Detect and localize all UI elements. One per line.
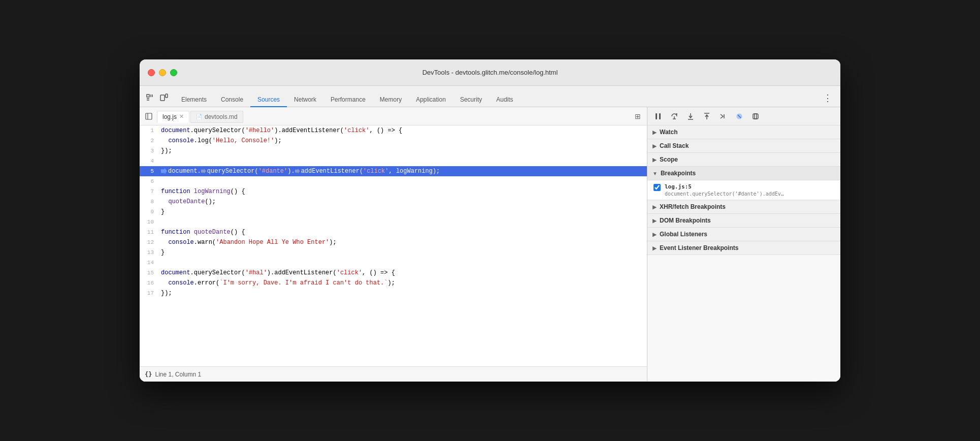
file-icon: 📄 [196,114,202,119]
xhr-chevron: ▶ [652,204,657,210]
watch-label: Watch [660,129,678,136]
event-chevron: ▶ [652,245,657,251]
code-line-16: 16 console.error(`I'm sorry, Dave. I'm a… [140,278,647,288]
tab-elements[interactable]: Elements [174,92,214,107]
svg-rect-17 [755,114,757,119]
breakpoint-item: log.js:5 document.querySelector('#dante'… [647,180,840,200]
pause-on-exceptions-button[interactable] [749,110,762,123]
section-xhr-header[interactable]: ▶ XHR/fetch Breakpoints [647,200,840,214]
code-line-15: 15 document.querySelector('#hal').addEve… [140,268,647,278]
code-line-8: 8 quoteDante(); [140,197,647,207]
code-line-3: 3 }); [140,146,647,156]
main-tabs: Elements Console Sources Network Perform… [174,92,819,107]
tab-network[interactable]: Network [287,92,323,107]
format-code-button[interactable]: ⊞ [633,111,643,121]
svg-rect-16 [753,114,758,119]
code-line-7: 7 function logWarning() { [140,186,647,197]
svg-rect-1 [160,95,165,101]
cursor-position: Line 1, Column 1 [155,371,201,378]
tab-security[interactable]: Security [453,92,489,107]
breakpoints-chevron: ▼ [652,171,658,176]
code-line-2: 2 console.log('Hello, Console!'); [140,136,647,146]
code-line-14: 14 [140,258,647,268]
svg-rect-6 [659,113,661,119]
section-scope-header[interactable]: ▶ Scope [647,153,840,167]
file-tab-log-js-name: log.js [162,113,177,120]
breakpoint-location: log.js:5 [665,183,834,190]
step-button[interactable] [716,110,730,123]
file-tab-devtools-md[interactable]: 📄 devtools.md [190,111,243,123]
breakpoint-code: document.querySelector('#dante').addEv… [665,191,834,197]
breakpoints-content: log.js:5 document.querySelector('#dante'… [647,180,840,200]
breakpoints-label: Breakpoints [661,170,696,177]
code-line-12: 12 console.warn('Abandon Hope All Ye Who… [140,237,647,247]
file-tab-log-js-close[interactable]: ✕ [179,113,184,120]
tab-bar-right: ⋮ [819,92,836,104]
global-chevron: ▶ [652,232,657,237]
deactivate-breakpoints-button[interactable] [733,110,746,123]
editor-panel: log.js ✕ 📄 devtools.md ⊞ 1 document.quer… [140,107,647,382]
code-line-4: 4 [140,156,647,166]
section-watch-header[interactable]: ▶ Watch [647,125,840,139]
tab-console[interactable]: Console [214,92,250,107]
code-line-9: 9 } [140,207,647,217]
section-dom-header[interactable]: ▶ DOM Breakpoints [647,214,840,228]
pause-resume-button[interactable] [651,110,665,123]
scope-chevron: ▶ [652,157,657,163]
tab-application[interactable]: Application [409,92,453,107]
code-line-10: 10 [140,217,647,227]
tab-audits[interactable]: Audits [489,92,520,107]
dom-label: DOM Breakpoints [660,217,711,224]
debugger-panel: ▶ Watch ▶ Call Stack ▶ Scope ▼ Breakpoin… [647,107,840,382]
step-over-button[interactable] [668,110,681,123]
close-button[interactable] [148,69,155,76]
title-bar: DevTools - devtools.glitch.me/console/lo… [140,59,840,86]
file-tabs: log.js ✕ 📄 devtools.md ⊞ [140,107,647,125]
code-line-5: 5 document.querySelector('#dante').addEv… [140,166,647,176]
device-mode-icon[interactable] [158,91,170,104]
tab-performance[interactable]: Performance [323,92,373,107]
svg-rect-0 [147,94,149,97]
watch-chevron: ▶ [652,130,657,135]
code-line-1: 1 document.querySelector('#hello').addEv… [140,125,647,136]
call-stack-label: Call Stack [660,142,689,149]
code-line-6: 6 [140,176,647,186]
main-content: log.js ✕ 📄 devtools.md ⊞ 1 document.quer… [140,107,840,382]
global-label: Global Listeners [660,231,707,238]
tab-bar: Elements Console Sources Network Perform… [140,86,840,107]
breakpoint-info: log.js:5 document.querySelector('#dante'… [665,183,834,197]
devtools-window: DevTools - devtools.glitch.me/console/lo… [140,59,840,382]
file-tabs-right: ⊞ [633,111,643,121]
section-call-stack-header[interactable]: ▶ Call Stack [647,139,840,153]
more-tabs-button[interactable]: ⋮ [819,92,836,104]
debugger-toolbar [647,107,840,125]
step-out-button[interactable] [700,110,713,123]
section-breakpoints-header[interactable]: ▼ Breakpoints [647,167,840,180]
status-bar: {} Line 1, Column 1 [140,366,647,382]
tab-sources[interactable]: Sources [250,92,287,107]
svg-rect-3 [146,113,152,119]
dom-chevron: ▶ [652,218,657,224]
window-title: DevTools - devtools.glitch.me/console/lo… [422,69,558,76]
step-into-button[interactable] [684,110,697,123]
inspect-element-icon[interactable] [144,91,156,104]
file-tab-devtools-md-name: devtools.md [205,113,238,120]
svg-rect-2 [166,94,168,98]
section-event-header[interactable]: ▶ Event Listener Breakpoints [647,241,840,255]
debugger-sections: ▶ Watch ▶ Call Stack ▶ Scope ▼ Breakpoin… [647,125,840,382]
section-global-header[interactable]: ▶ Global Listeners [647,228,840,241]
file-tab-log-js[interactable]: log.js ✕ [157,111,189,123]
svg-rect-5 [656,113,657,119]
show-navigator-icon[interactable] [142,109,156,123]
tab-bar-left-icons [144,91,170,104]
breakpoint-checkbox[interactable] [654,184,661,191]
scope-label: Scope [660,156,678,163]
minimize-button[interactable] [159,69,166,76]
code-line-13: 13 } [140,247,647,258]
format-icon[interactable]: {} [145,371,152,378]
maximize-button[interactable] [170,69,177,76]
code-line-17: 17 }); [140,288,647,298]
code-editor[interactable]: 1 document.querySelector('#hello').addEv… [140,125,647,366]
tab-memory[interactable]: Memory [373,92,409,107]
code-line-11: 11 function quoteDante() { [140,227,647,237]
